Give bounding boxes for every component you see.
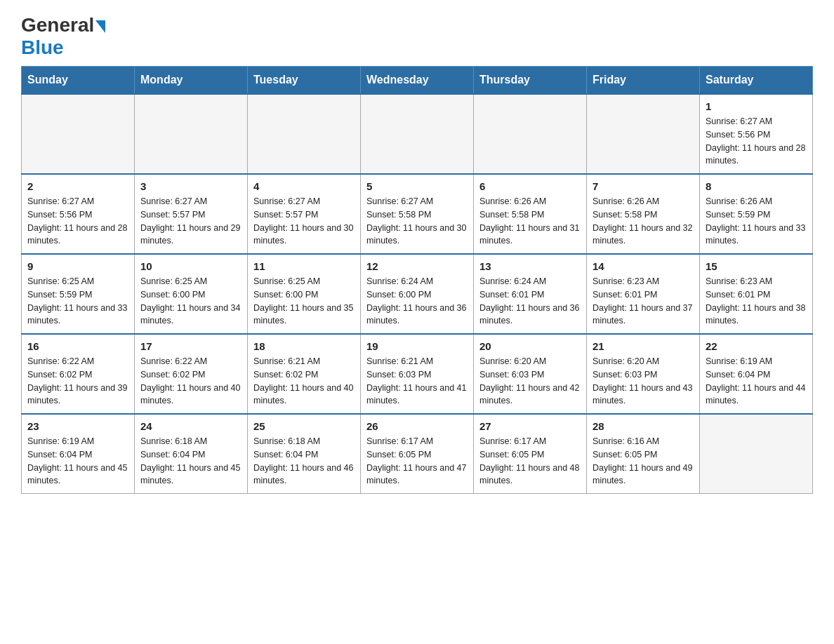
logo-general-text: General <box>21 14 94 36</box>
day-info: Sunrise: 6:27 AMSunset: 5:58 PMDaylight:… <box>366 195 468 248</box>
calendar-cell: 6Sunrise: 6:26 AMSunset: 5:58 PMDaylight… <box>474 174 587 254</box>
day-number: 24 <box>140 420 241 432</box>
day-info: Sunrise: 6:18 AMSunset: 6:04 PMDaylight:… <box>253 435 355 488</box>
calendar-cell <box>135 94 248 174</box>
day-info: Sunrise: 6:25 AMSunset: 5:59 PMDaylight:… <box>27 275 128 328</box>
calendar-cell <box>474 94 587 174</box>
calendar-cell: 19Sunrise: 6:21 AMSunset: 6:03 PMDayligh… <box>361 334 474 414</box>
day-info: Sunrise: 6:24 AMSunset: 6:01 PMDaylight:… <box>479 275 581 328</box>
day-info: Sunrise: 6:26 AMSunset: 5:58 PMDaylight:… <box>593 195 694 248</box>
day-number: 9 <box>27 260 128 272</box>
calendar-week-row: 23Sunrise: 6:19 AMSunset: 6:04 PMDayligh… <box>22 414 813 494</box>
day-number: 6 <box>479 180 581 192</box>
calendar-cell: 1Sunrise: 6:27 AMSunset: 5:56 PMDaylight… <box>700 94 813 174</box>
day-info: Sunrise: 6:19 AMSunset: 6:04 PMDaylight:… <box>706 355 807 408</box>
calendar-cell <box>700 414 813 494</box>
day-info: Sunrise: 6:23 AMSunset: 6:01 PMDaylight:… <box>593 275 694 328</box>
logo: General Blue <box>21 14 107 59</box>
col-header-wednesday: Wednesday <box>361 67 474 95</box>
calendar-cell: 11Sunrise: 6:25 AMSunset: 6:00 PMDayligh… <box>248 254 361 334</box>
day-info: Sunrise: 6:17 AMSunset: 6:05 PMDaylight:… <box>479 435 581 488</box>
day-number: 5 <box>366 180 468 192</box>
logo-blue-text: Blue <box>21 36 64 58</box>
calendar-cell <box>587 94 700 174</box>
day-number: 16 <box>27 340 128 352</box>
calendar-cell: 23Sunrise: 6:19 AMSunset: 6:04 PMDayligh… <box>22 414 135 494</box>
page-header: General Blue <box>21 14 813 59</box>
day-info: Sunrise: 6:22 AMSunset: 6:02 PMDaylight:… <box>27 355 128 408</box>
day-number: 27 <box>479 420 581 432</box>
day-info: Sunrise: 6:23 AMSunset: 6:01 PMDaylight:… <box>706 275 807 328</box>
calendar-header-row: SundayMondayTuesdayWednesdayThursdayFrid… <box>22 67 813 95</box>
calendar-cell: 4Sunrise: 6:27 AMSunset: 5:57 PMDaylight… <box>248 174 361 254</box>
day-info: Sunrise: 6:20 AMSunset: 6:03 PMDaylight:… <box>593 355 694 408</box>
day-info: Sunrise: 6:26 AMSunset: 5:58 PMDaylight:… <box>479 195 581 248</box>
day-info: Sunrise: 6:22 AMSunset: 6:02 PMDaylight:… <box>140 355 241 408</box>
day-number: 26 <box>366 420 468 432</box>
calendar-cell: 7Sunrise: 6:26 AMSunset: 5:58 PMDaylight… <box>587 174 700 254</box>
day-number: 12 <box>366 260 468 272</box>
day-number: 3 <box>140 180 241 192</box>
day-info: Sunrise: 6:21 AMSunset: 6:02 PMDaylight:… <box>253 355 355 408</box>
calendar-week-row: 1Sunrise: 6:27 AMSunset: 5:56 PMDaylight… <box>22 94 813 174</box>
calendar-week-row: 2Sunrise: 6:27 AMSunset: 5:56 PMDaylight… <box>22 174 813 254</box>
col-header-friday: Friday <box>587 67 700 95</box>
calendar-week-row: 16Sunrise: 6:22 AMSunset: 6:02 PMDayligh… <box>22 334 813 414</box>
calendar-cell: 26Sunrise: 6:17 AMSunset: 6:05 PMDayligh… <box>361 414 474 494</box>
calendar-cell: 21Sunrise: 6:20 AMSunset: 6:03 PMDayligh… <box>587 334 700 414</box>
calendar-cell: 27Sunrise: 6:17 AMSunset: 6:05 PMDayligh… <box>474 414 587 494</box>
calendar-cell <box>361 94 474 174</box>
day-number: 25 <box>253 420 355 432</box>
day-info: Sunrise: 6:18 AMSunset: 6:04 PMDaylight:… <box>140 435 241 488</box>
day-number: 15 <box>706 260 807 272</box>
calendar-cell <box>22 94 135 174</box>
day-info: Sunrise: 6:21 AMSunset: 6:03 PMDaylight:… <box>366 355 468 408</box>
logo-arrow-icon <box>95 20 105 33</box>
day-info: Sunrise: 6:26 AMSunset: 5:59 PMDaylight:… <box>706 195 807 248</box>
col-header-sunday: Sunday <box>22 67 135 95</box>
calendar-cell: 8Sunrise: 6:26 AMSunset: 5:59 PMDaylight… <box>700 174 813 254</box>
calendar-cell: 17Sunrise: 6:22 AMSunset: 6:02 PMDayligh… <box>135 334 248 414</box>
calendar-cell: 20Sunrise: 6:20 AMSunset: 6:03 PMDayligh… <box>474 334 587 414</box>
calendar-cell: 25Sunrise: 6:18 AMSunset: 6:04 PMDayligh… <box>248 414 361 494</box>
day-info: Sunrise: 6:25 AMSunset: 6:00 PMDaylight:… <box>140 275 241 328</box>
day-info: Sunrise: 6:17 AMSunset: 6:05 PMDaylight:… <box>366 435 468 488</box>
day-info: Sunrise: 6:27 AMSunset: 5:56 PMDaylight:… <box>706 115 807 168</box>
day-number: 18 <box>253 340 355 352</box>
calendar-cell: 16Sunrise: 6:22 AMSunset: 6:02 PMDayligh… <box>22 334 135 414</box>
calendar-cell: 22Sunrise: 6:19 AMSunset: 6:04 PMDayligh… <box>700 334 813 414</box>
day-number: 2 <box>27 180 128 192</box>
calendar-cell: 10Sunrise: 6:25 AMSunset: 6:00 PMDayligh… <box>135 254 248 334</box>
calendar-cell: 2Sunrise: 6:27 AMSunset: 5:56 PMDaylight… <box>22 174 135 254</box>
calendar-cell: 24Sunrise: 6:18 AMSunset: 6:04 PMDayligh… <box>135 414 248 494</box>
calendar-week-row: 9Sunrise: 6:25 AMSunset: 5:59 PMDaylight… <box>22 254 813 334</box>
calendar-table: SundayMondayTuesdayWednesdayThursdayFrid… <box>21 66 813 494</box>
day-number: 14 <box>593 260 694 272</box>
day-info: Sunrise: 6:27 AMSunset: 5:57 PMDaylight:… <box>253 195 355 248</box>
calendar-cell: 5Sunrise: 6:27 AMSunset: 5:58 PMDaylight… <box>361 174 474 254</box>
day-info: Sunrise: 6:25 AMSunset: 6:00 PMDaylight:… <box>253 275 355 328</box>
day-number: 7 <box>593 180 694 192</box>
col-header-tuesday: Tuesday <box>248 67 361 95</box>
calendar-cell: 15Sunrise: 6:23 AMSunset: 6:01 PMDayligh… <box>700 254 813 334</box>
col-header-monday: Monday <box>135 67 248 95</box>
day-info: Sunrise: 6:16 AMSunset: 6:05 PMDaylight:… <box>593 435 694 488</box>
day-number: 10 <box>140 260 241 272</box>
day-number: 4 <box>253 180 355 192</box>
day-info: Sunrise: 6:27 AMSunset: 5:57 PMDaylight:… <box>140 195 241 248</box>
calendar-cell: 3Sunrise: 6:27 AMSunset: 5:57 PMDaylight… <box>135 174 248 254</box>
day-info: Sunrise: 6:20 AMSunset: 6:03 PMDaylight:… <box>479 355 581 408</box>
calendar-cell: 18Sunrise: 6:21 AMSunset: 6:02 PMDayligh… <box>248 334 361 414</box>
day-number: 20 <box>479 340 581 352</box>
day-number: 1 <box>706 100 807 112</box>
day-number: 28 <box>593 420 694 432</box>
calendar-cell <box>248 94 361 174</box>
day-number: 23 <box>27 420 128 432</box>
day-number: 22 <box>706 340 807 352</box>
day-number: 17 <box>140 340 241 352</box>
day-number: 21 <box>593 340 694 352</box>
day-number: 8 <box>706 180 807 192</box>
day-number: 11 <box>253 260 355 272</box>
calendar-cell: 28Sunrise: 6:16 AMSunset: 6:05 PMDayligh… <box>587 414 700 494</box>
day-number: 19 <box>366 340 468 352</box>
